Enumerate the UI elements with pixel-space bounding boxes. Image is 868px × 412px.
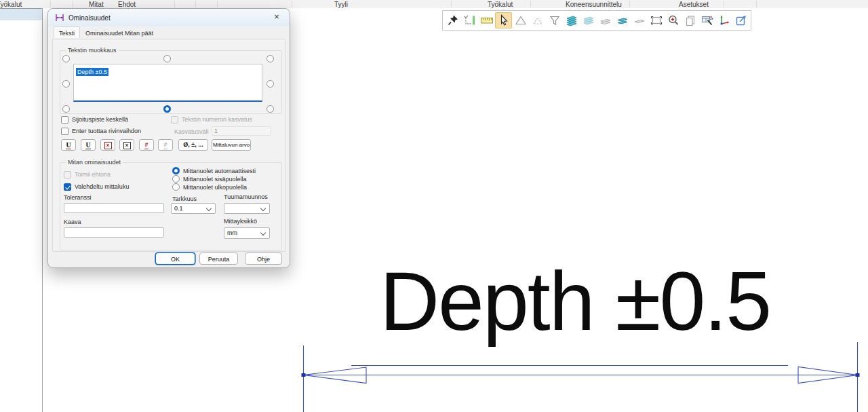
format-underline-button[interactable]: U — [81, 139, 96, 151]
tool-layers-two[interactable] — [614, 12, 631, 29]
radio-arrows-automatic[interactable] — [172, 167, 180, 174]
formula-input[interactable] — [64, 227, 164, 238]
layers-stack-icon — [565, 14, 578, 27]
group-dimension-properties-label: Mitan ominaisuudet — [66, 159, 123, 166]
precision-dropdown[interactable]: 0.1 — [171, 203, 216, 214]
precision-label: Tarkkuus — [172, 195, 197, 202]
layers-flat-disabled-icon — [599, 14, 612, 27]
formula-label: Kaava — [64, 219, 81, 225]
text-anchor-top-left[interactable] — [62, 55, 70, 62]
menubar-separator — [724, 1, 724, 7]
measurement-unit-dropdown[interactable]: mm — [224, 227, 270, 239]
measurement-unit-label: Mittayksikkö — [224, 218, 257, 225]
filter-icon — [548, 14, 561, 27]
menubar-separator — [451, 1, 452, 7]
tool-selection-frame[interactable] — [648, 12, 665, 29]
text-anchor-middle-right[interactable] — [267, 80, 274, 88]
radio-arrows-outside-label: Mittanuolet ulkopuolella — [183, 184, 247, 191]
text-anchor-bottom-right[interactable] — [267, 105, 274, 113]
tool-triangle-dashed[interactable] — [529, 12, 546, 29]
menu-tyyli[interactable]: Tyyli — [334, 0, 348, 8]
tab-mitan-paat[interactable]: Mitan päät — [120, 28, 158, 38]
tool-coordinate-axes[interactable] — [715, 12, 732, 29]
checkbox-placement-center[interactable] — [61, 116, 68, 124]
dialog-titlebar[interactable]: Ominaisuudet × — [48, 9, 290, 26]
menu-tyokalut-right[interactable]: Työkalut — [488, 0, 513, 8]
tolerance-input[interactable] — [64, 203, 164, 213]
checkbox-number-growth-label: Tekstin numeron kasvatus — [182, 116, 252, 123]
checkbox-fake-dimension-value[interactable] — [64, 183, 71, 191]
menu-mitat[interactable]: Mitat — [89, 0, 104, 8]
underline-red-glyph: U — [66, 141, 71, 149]
dialog-title: Ominaisuudet — [68, 14, 111, 22]
tab-teksti[interactable]: Teksti — [54, 26, 80, 38]
format-underline-red-button[interactable]: U — [61, 139, 76, 151]
tool-pin[interactable] — [444, 12, 461, 29]
dimension-mark-red-glyph: # — [144, 141, 148, 149]
menubar-separator — [629, 1, 630, 7]
dimension-value-button[interactable]: Mittaluvun arvo — [212, 139, 251, 151]
tool-triangle[interactable] — [512, 12, 529, 29]
radio-arrows-inside[interactable] — [172, 175, 180, 183]
checkbox-placement-center-label: Sijoituspiste keskellä — [72, 116, 128, 123]
tool-fit-view[interactable] — [461, 12, 478, 29]
properties-dialog: Ominaisuudet × Teksti Ominaisuudet Mitan… — [47, 8, 290, 268]
radio-arrows-automatic-label: Mittanuolet automaattisesti — [183, 168, 256, 174]
cancel-button[interactable]: Peruuta — [199, 252, 238, 265]
inch-conversion-label: Tuumamuunnos — [224, 193, 268, 200]
menu-ehdot[interactable]: Ehdot — [118, 0, 136, 8]
menu-koneensuunnittelu[interactable]: Koneensuunnittelu — [566, 0, 622, 8]
menubar-separator — [174, 1, 175, 7]
format-dimension-mark-red-button[interactable]: # — [139, 139, 154, 151]
dimension-text[interactable]: Depth ±0.5 — [380, 260, 770, 343]
zoom-in-icon — [667, 14, 680, 27]
radio-arrows-outside[interactable] — [172, 183, 180, 191]
format-box-button[interactable]: x — [119, 139, 134, 151]
tool-layers-flat-disabled[interactable] — [597, 12, 614, 29]
tool-export-view[interactable] — [732, 12, 749, 29]
app-window: { "menubar": { "items": ["Työkalut", "Mi… — [0, 0, 868, 412]
inch-conversion-dropdown[interactable] — [224, 203, 270, 214]
menu-asetukset[interactable]: Asetukset — [679, 0, 709, 8]
checkbox-acts-as-condition — [64, 171, 71, 179]
tool-filter[interactable] — [546, 12, 563, 29]
dimension-dialog-icon — [55, 13, 64, 22]
format-box-red-button[interactable]: x — [100, 139, 115, 151]
left-panel — [0, 8, 43, 412]
menubar-separator — [217, 1, 218, 7]
tool-layers-stack[interactable] — [563, 12, 580, 29]
menu-tyokalut-left[interactable]: Työkalut — [0, 0, 22, 8]
text-anchor-top-right[interactable] — [267, 55, 274, 62]
tool-ruler[interactable] — [478, 12, 495, 29]
screen-picker-icon — [701, 14, 714, 27]
chevron-down-icon — [260, 230, 266, 236]
measurement-unit-value: mm — [227, 229, 237, 236]
checkbox-enter-newline-label: Enter tuottaa rivinvaihdon — [72, 128, 141, 134]
close-icon[interactable]: × — [268, 10, 285, 24]
pin-icon — [446, 14, 460, 27]
group-text-editing-label: Tekstin muokkaus — [66, 47, 119, 54]
tool-layer-single[interactable] — [631, 12, 648, 29]
tool-screen-picker[interactable] — [698, 12, 715, 29]
insert-symbols-button[interactable]: Ø, ±, ... — [178, 139, 208, 151]
layers-stack-faded-icon — [582, 14, 595, 27]
text-anchor-bottom-left[interactable] — [62, 105, 70, 113]
tool-select-cursor[interactable] — [495, 12, 512, 29]
ruler-icon — [480, 14, 494, 27]
text-anchor-bottom-center[interactable] — [163, 105, 171, 113]
tool-zoom-in[interactable] — [665, 12, 682, 29]
checkbox-enter-newline[interactable] — [61, 128, 68, 135]
text-anchor-top-center[interactable] — [163, 55, 171, 62]
growth-interval-label: Kasvatusväli — [174, 128, 209, 135]
tool-copy-page[interactable] — [682, 12, 698, 29]
triangle-dashed-icon — [531, 14, 545, 27]
tool-layers-stack-faded[interactable] — [580, 12, 597, 29]
select-cursor-icon — [497, 14, 511, 27]
text-anchor-middle-left[interactable] — [62, 80, 70, 88]
ok-button[interactable]: OK — [155, 252, 195, 265]
dimension-text-editor[interactable]: Depth ±0.5 — [73, 64, 262, 102]
toolbar — [442, 10, 751, 31]
box-red-glyph: x — [104, 142, 112, 149]
dimension-mark-glyph: # — [163, 141, 167, 149]
help-button[interactable]: Ohje — [245, 252, 282, 265]
